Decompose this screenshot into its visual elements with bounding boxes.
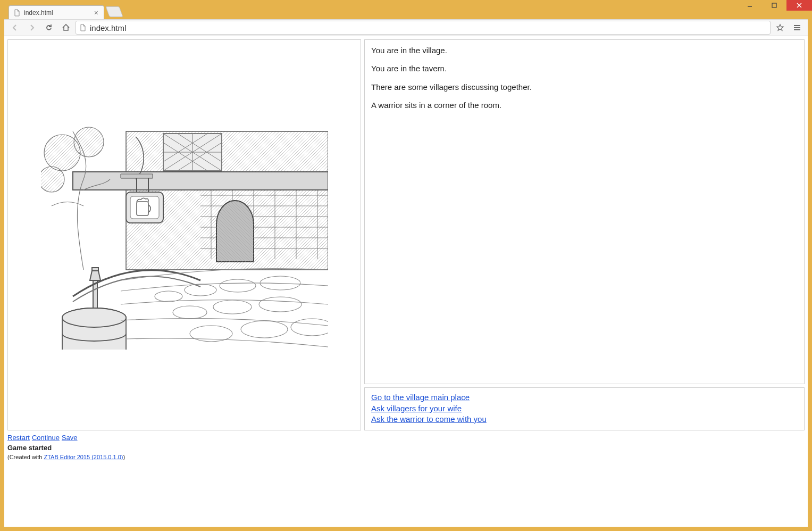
choice-link[interactable]: Ask villagers for your wife	[371, 403, 798, 414]
save-link[interactable]: Save	[62, 434, 78, 442]
story-text-panel: You are in the village. You are in the t…	[364, 39, 805, 384]
story-paragraph: You are in the tavern.	[371, 63, 798, 74]
svg-rect-3	[73, 172, 328, 190]
status-text: Game started	[7, 444, 805, 452]
continue-link[interactable]: Continue	[32, 434, 60, 442]
game-footer: Restart Continue Save Game started (Crea…	[7, 434, 805, 460]
tab-close-icon[interactable]: ×	[93, 9, 99, 16]
tab-title: index.html	[24, 9, 53, 16]
page-body: You are in the village. You are in the t…	[4, 36, 808, 527]
credit-suffix: )	[123, 454, 125, 460]
tavern-scene-illustration	[41, 121, 328, 350]
browser-toolbar: index.html	[4, 19, 808, 36]
bookmark-star-icon[interactable]	[773, 20, 788, 35]
svg-rect-0	[772, 3, 776, 7]
svg-point-10	[41, 167, 64, 192]
browser-tab[interactable]: index.html ×	[9, 5, 104, 19]
hamburger-menu-icon[interactable]	[790, 20, 805, 35]
story-paragraph: A warrior sits in a corner of the room.	[371, 100, 798, 111]
url-text: index.html	[90, 23, 126, 32]
address-bar[interactable]: index.html	[76, 21, 771, 35]
home-button[interactable]	[58, 20, 73, 35]
file-icon	[13, 9, 21, 16]
scene-image-panel	[7, 39, 361, 430]
new-tab-button[interactable]	[105, 6, 123, 17]
svg-point-9	[74, 127, 104, 157]
story-paragraph: There are some villagers discussing toge…	[371, 82, 798, 93]
page-icon	[79, 24, 87, 31]
window-controls	[738, 0, 812, 12]
credit-prefix: (Created with	[7, 454, 44, 460]
forward-button[interactable]	[24, 20, 39, 35]
story-paragraph: You are in the village.	[371, 45, 798, 56]
back-button[interactable]	[7, 20, 22, 35]
credit-line: (Created with ZTAB Editor 2015 (2015.0.1…	[7, 454, 805, 460]
reload-button[interactable]	[41, 20, 56, 35]
choice-link[interactable]: Go to the village main place	[371, 392, 798, 403]
maximize-button[interactable]	[762, 0, 786, 11]
browser-tabstrip: index.html ×	[4, 4, 808, 19]
choices-panel: Go to the village main place Ask village…	[364, 387, 805, 430]
choice-link[interactable]: Ask the warrior to come with you	[371, 414, 798, 425]
svg-point-12	[62, 308, 126, 327]
close-window-button[interactable]	[786, 0, 812, 11]
restart-link[interactable]: Restart	[7, 434, 30, 442]
credit-link[interactable]: ZTAB Editor 2015 (2015.0.1.0)	[44, 454, 123, 460]
minimize-button[interactable]	[738, 0, 762, 11]
